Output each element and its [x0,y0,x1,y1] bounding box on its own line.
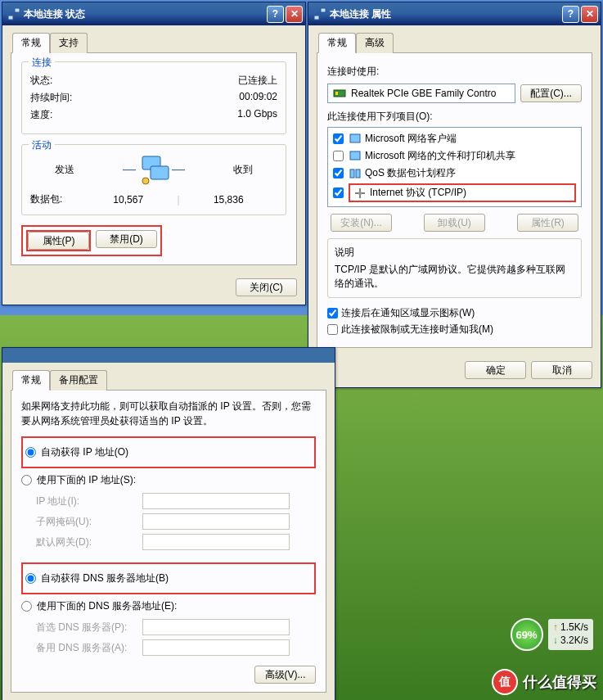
tab-alternate[interactable]: 备用配置 [50,370,107,391]
cancel-button[interactable]: 取消 [531,361,592,379]
auto-ip-label: 自动获得 IP 地址(O) [41,445,128,459]
tab-advanced[interactable]: 高级 [356,33,394,53]
packets-label: 数据包: [30,192,79,206]
manual-ip-radio[interactable] [21,475,32,485]
client-icon [349,133,362,146]
tab-general[interactable]: 常规 [12,33,50,53]
titlebar[interactable]: 本地连接 状态 ? ✕ [2,2,305,25]
percent-value: 69% [511,618,543,651]
title-text: 本地连接 属性 [330,7,562,21]
list-item[interactable]: Microsoft 网络的文件和打印机共享 [328,147,581,165]
dns2-input [142,639,290,656]
item-properties-button[interactable]: 属性(R) [517,214,578,232]
speed-label: 速度: [30,108,79,122]
components-list[interactable]: Microsoft 网络客户端 Microsoft 网络的文件和打印机共享 Qo… [327,127,582,207]
adapter-name: Realtek PCIe GBE Family Contro [351,88,496,99]
item-label: QoS 数据包计划程序 [365,166,456,180]
manual-dns-label: 使用下面的 DNS 服务器地址(E): [37,599,177,613]
advanced-button[interactable]: 高级(V)... [254,666,316,684]
svg-point-4 [142,178,149,184]
service-icon [349,150,362,163]
properties-window: 本地连接 属性 ? ✕ 常规 高级 连接时使用: Realtek PCIe GB… [308,2,601,388]
brand-text: 什么值得买 [523,672,596,692]
network-speed-badge: 69% ↑ 1.5K/s ↓ 3.2K/s [511,618,593,651]
show-icon-label: 连接后在通知区域显示图标(W) [341,306,475,320]
duration-value: 00:09:02 [79,91,277,105]
notify-limited-checkbox[interactable] [327,324,338,335]
close-dialog-button[interactable]: 关闭(C) [236,278,297,296]
item-label: Microsoft 网络的文件和打印机共享 [365,149,515,163]
properties-button[interactable]: 属性(P) [28,232,89,250]
dns2-label: 备用 DNS 服务器(A): [36,641,142,655]
list-item[interactable]: QoS 数据包计划程序 [328,165,581,182]
sent-label: 发送 [55,163,74,177]
tab-general[interactable]: 常规 [318,33,356,53]
tab-general[interactable]: 常规 [12,370,50,391]
auto-ip-radio[interactable] [25,447,36,458]
arrow-up-icon: ↑ [553,621,558,633]
svg-rect-5 [314,16,319,20]
gateway-label: 默认网关(D): [36,535,142,549]
connect-using-label: 连接时使用: [327,65,582,79]
list-item[interactable]: Internet 协议 (TCP/IP) [328,182,581,204]
show-icon-checkbox[interactable] [327,308,338,318]
ip-label: IP 地址(I): [36,495,142,508]
uninstall-button[interactable]: 卸载(U) [424,214,485,232]
adapter-icon [333,87,346,100]
speed-value: 1.0 Gbps [79,108,277,122]
svg-rect-10 [350,151,360,160]
desc-label: 说明 [335,246,574,260]
titlebar[interactable] [2,348,335,363]
auto-dns-label: 自动获得 DNS 服务器地址(B) [41,571,169,585]
help-button[interactable]: ? [267,6,284,23]
svg-rect-11 [350,169,354,178]
brand-icon: 值 [492,669,518,695]
brand-watermark: 值 什么值得买 [492,669,596,695]
item-checkbox[interactable] [333,187,344,198]
network-icon [313,7,326,20]
mask-input [142,513,290,530]
dns1-label: 首选 DNS 服务器(P): [36,621,142,635]
items-label: 此连接使用下列项目(O): [327,110,582,124]
help-button[interactable]: ? [562,6,579,23]
arrow-down-icon: ↓ [553,635,558,646]
upload-speed: ↑ 1.5K/s [553,621,588,635]
item-label: Microsoft 网络客户端 [365,132,457,146]
sent-packets: 10,567 [79,194,177,205]
status-label: 状态: [30,74,79,88]
ok-button[interactable]: 确定 [465,361,526,379]
disable-button[interactable]: 禁用(D) [96,230,157,248]
tcpip-window: 常规 备用配置 如果网络支持此功能，则可以获取自动指派的 IP 设置。否则，您需… [2,347,335,700]
gateway-input [142,534,290,550]
item-checkbox[interactable] [333,168,344,178]
list-item[interactable]: Microsoft 网络客户端 [328,130,581,147]
close-button[interactable]: ✕ [581,6,598,23]
dns1-input [142,619,290,635]
intro-text: 如果网络支持此功能，则可以获取自动指派的 IP 设置。否则，您需要从网络系统管理… [21,399,316,428]
titlebar[interactable]: 本地连接 属性 ? ✕ [308,2,601,25]
recv-packets: 15,836 [180,194,277,205]
configure-button[interactable]: 配置(C)... [520,84,582,102]
svg-point-13 [358,192,362,195]
notify-limited-label: 此连接被限制或无连接时通知我(M) [341,323,493,336]
desc-text: TCP/IP 是默认的广域网协议。它提供跨越多种互联网络的通讯。 [335,263,574,291]
recv-label: 收到 [233,163,253,177]
item-checkbox[interactable] [333,133,344,144]
manual-dns-radio[interactable] [21,601,32,612]
tab-support[interactable]: 支持 [50,33,88,53]
install-button[interactable]: 安装(N)... [331,214,392,232]
item-checkbox[interactable] [333,151,344,161]
close-button[interactable]: ✕ [286,6,303,23]
ip-input [142,493,290,509]
duration-label: 持续时间: [30,91,79,105]
auto-dns-radio[interactable] [25,573,36,584]
svg-rect-6 [321,8,326,12]
tabstrip: 常规 支持 [11,32,297,53]
protocol-icon [353,187,367,200]
connection-legend: 连接 [29,56,55,70]
activity-legend: 活动 [29,138,55,152]
svg-rect-1 [15,8,20,12]
manual-ip-label: 使用下面的 IP 地址(S): [37,473,136,487]
item-label: Internet 协议 (TCP/IP) [370,186,466,200]
network-icon [7,7,20,20]
